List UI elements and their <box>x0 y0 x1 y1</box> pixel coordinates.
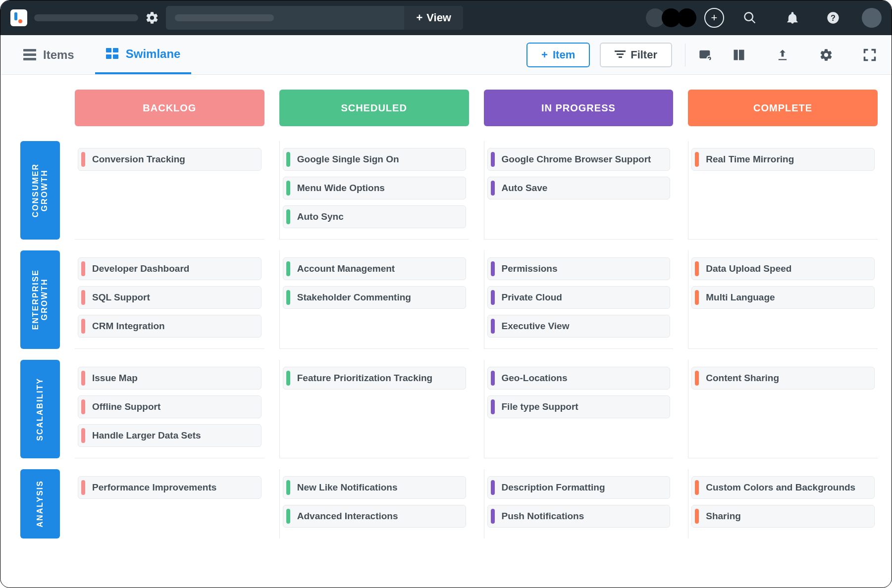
card[interactable]: Push Notifications <box>487 505 671 528</box>
status-swatch <box>491 371 495 386</box>
cell-scalability-scheduled[interactable]: Feature Prioritization Tracking <box>279 360 469 458</box>
link-icon[interactable] <box>698 48 712 62</box>
tab-items[interactable]: Items <box>12 35 85 74</box>
card[interactable]: CRM Integration <box>78 315 262 338</box>
card-title: Account Management <box>297 263 395 274</box>
card[interactable]: Auto Save <box>487 177 671 199</box>
status-swatch <box>286 261 290 277</box>
card-title: SQL Support <box>92 292 150 303</box>
card[interactable]: Offline Support <box>78 395 262 418</box>
card[interactable]: Private Cloud <box>487 286 671 309</box>
card[interactable]: Data Upload Speed <box>691 257 875 280</box>
column-header-complete[interactable]: COMPLETE <box>688 90 878 126</box>
status-swatch <box>81 371 85 386</box>
card[interactable]: Handle Larger Data Sets <box>78 424 262 447</box>
card[interactable]: Conversion Tracking <box>78 148 262 171</box>
lane-label-enterprise-growth[interactable]: ENTERPRISEGROWTH <box>20 250 60 349</box>
card[interactable]: Menu Wide Options <box>283 177 466 199</box>
cell-analysis-backlog[interactable]: Performance Improvements <box>75 469 264 539</box>
topbar: + View + ? <box>0 0 892 35</box>
lane-label-text: ANALYSIS <box>36 480 45 527</box>
status-swatch <box>491 290 495 305</box>
card[interactable]: Performance Improvements <box>78 476 262 499</box>
status-swatch <box>286 209 290 225</box>
user-avatar[interactable] <box>862 8 882 28</box>
workspace-settings-gear-icon[interactable] <box>145 11 159 25</box>
add-member-button[interactable]: + <box>704 8 724 28</box>
card[interactable]: Google Single Sign On <box>283 148 466 171</box>
add-item-button[interactable]: + Item <box>526 43 590 67</box>
card[interactable]: Permissions <box>487 257 671 280</box>
fullscreen-icon[interactable] <box>863 48 877 62</box>
cell-consumer-growth-complete[interactable]: Real Time Mirroring <box>688 141 878 240</box>
cell-scalability-inprogress[interactable]: Geo-LocationsFile type Support <box>484 360 674 458</box>
settings-gear-icon[interactable] <box>819 48 833 62</box>
cell-enterprise-growth-complete[interactable]: Data Upload SpeedMulti Language <box>688 250 878 349</box>
tab-swimlane[interactable]: Swimlane <box>95 35 192 74</box>
card[interactable]: Sharing <box>691 505 875 528</box>
svg-point-3 <box>706 55 712 61</box>
status-swatch <box>81 399 85 415</box>
toolbar-right: + Item Filter <box>526 35 882 74</box>
bell-icon[interactable] <box>786 11 799 25</box>
status-swatch <box>695 509 699 524</box>
avatar[interactable] <box>678 8 696 27</box>
cell-analysis-inprogress[interactable]: Description FormattingPush Notifications <box>484 469 674 539</box>
card-title: Stakeholder Commenting <box>297 292 411 303</box>
lane-label-consumer-growth[interactable]: CONSUMERGROWTH <box>20 141 60 240</box>
card[interactable]: Developer Dashboard <box>78 257 262 280</box>
card[interactable]: New Like Notifications <box>283 476 466 499</box>
column-header-scheduled[interactable]: SCHEDULED <box>279 90 469 126</box>
status-swatch <box>695 480 699 495</box>
search-input[interactable] <box>166 14 404 21</box>
card[interactable]: Google Chrome Browser Support <box>487 148 671 171</box>
avatar-group: + <box>646 8 724 28</box>
grid-icon <box>106 48 120 60</box>
lane-label-analysis[interactable]: ANALYSIS <box>20 469 60 539</box>
cell-analysis-scheduled[interactable]: New Like NotificationsAdvanced Interacti… <box>279 469 469 539</box>
cell-consumer-growth-inprogress[interactable]: Google Chrome Browser SupportAuto Save <box>484 141 674 240</box>
card[interactable]: Custom Colors and Backgrounds <box>691 476 875 499</box>
card-title: Performance Improvements <box>92 482 216 493</box>
card[interactable]: Account Management <box>283 257 466 280</box>
layout-icon[interactable] <box>732 48 746 62</box>
divider <box>685 44 685 66</box>
card[interactable]: File type Support <box>487 395 671 418</box>
help-icon[interactable]: ? <box>826 11 840 25</box>
card[interactable]: Stakeholder Commenting <box>283 286 466 309</box>
card[interactable]: Auto Sync <box>283 205 466 228</box>
card[interactable]: Real Time Mirroring <box>691 148 875 171</box>
filter-button[interactable]: Filter <box>600 43 672 67</box>
search-icon[interactable] <box>743 11 757 25</box>
cell-consumer-growth-backlog[interactable]: Conversion Tracking <box>75 141 264 240</box>
column-header-label: SCHEDULED <box>341 102 407 114</box>
card-title: Handle Larger Data Sets <box>92 430 201 441</box>
column-header-inprogress[interactable]: IN PROGRESS <box>484 90 674 126</box>
card[interactable]: SQL Support <box>78 286 262 309</box>
card[interactable]: Description Formatting <box>487 476 671 499</box>
lane-label-text: CONSUMERGROWTH <box>31 163 49 217</box>
cell-enterprise-growth-scheduled[interactable]: Account ManagementStakeholder Commenting <box>279 250 469 349</box>
card[interactable]: Feature Prioritization Tracking <box>283 367 466 390</box>
card[interactable]: Geo-Locations <box>487 367 671 390</box>
cell-enterprise-growth-inprogress[interactable]: PermissionsPrivate CloudExecutive View <box>484 250 674 349</box>
cell-analysis-complete[interactable]: Custom Colors and BackgroundsSharing <box>688 469 878 539</box>
card[interactable]: Executive View <box>487 315 671 338</box>
column-header-backlog[interactable]: BACKLOG <box>75 90 264 126</box>
cell-scalability-complete[interactable]: Content Sharing <box>688 360 878 458</box>
cell-enterprise-growth-backlog[interactable]: Developer DashboardSQL SupportCRM Integr… <box>75 250 264 349</box>
lane-label-scalability[interactable]: SCALABILITY <box>20 360 60 458</box>
add-view-button[interactable]: + View <box>404 6 463 30</box>
card[interactable]: Content Sharing <box>691 367 875 390</box>
status-swatch <box>695 261 699 277</box>
card[interactable]: Advanced Interactions <box>283 505 466 528</box>
export-icon[interactable] <box>776 48 789 62</box>
cell-scalability-backlog[interactable]: Issue MapOffline SupportHandle Larger Da… <box>75 360 264 458</box>
list-icon <box>23 49 37 61</box>
card[interactable]: Issue Map <box>78 367 262 390</box>
card[interactable]: Multi Language <box>691 286 875 309</box>
logo[interactable] <box>10 9 27 26</box>
column-header-label: IN PROGRESS <box>541 102 616 114</box>
cell-consumer-growth-scheduled[interactable]: Google Single Sign OnMenu Wide OptionsAu… <box>279 141 469 240</box>
card-title: Issue Map <box>92 373 138 384</box>
